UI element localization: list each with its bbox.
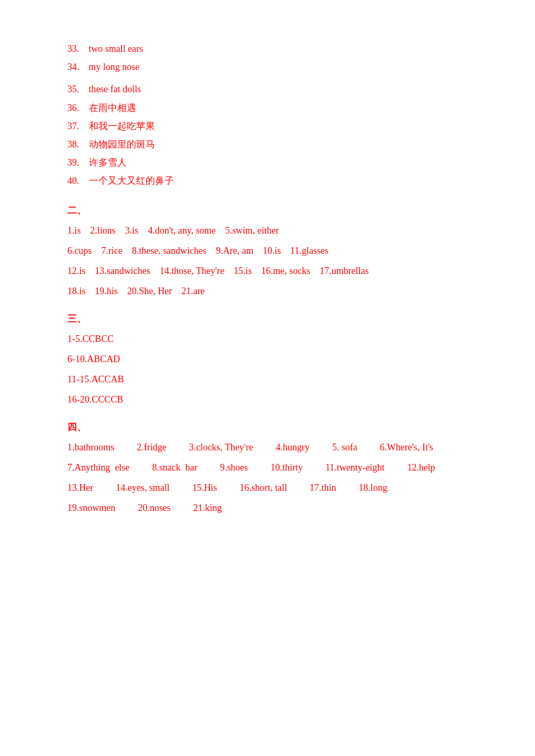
s4-r1-i6: 6.Where's, It's	[380, 438, 433, 457]
section-3-row1: 1-5.CCBCC	[67, 330, 468, 349]
section-1: 33. two small ears 34. my long nose 35. …	[67, 40, 468, 190]
item-38-text: 动物园里的斑马	[89, 139, 155, 149]
s4-r3-i2: 14.eyes, small	[116, 479, 170, 497]
item-36-num: 36.	[67, 103, 80, 113]
section-2-row1: 1.is 2.lions 3.is 4.don't, any, some 5.s…	[67, 221, 468, 240]
s2-r1: 1.is 2.lions 3.is 4.don't, any, some 5.s…	[67, 226, 279, 236]
item-38-num: 38.	[67, 139, 80, 149]
s4-r1-i4: 4.hungry	[276, 438, 309, 457]
section-2: 二、 1.is 2.lions 3.is 4.don't, any, some …	[67, 202, 468, 301]
item-34-text: my long nose	[89, 62, 139, 72]
section-3-title: 三、	[67, 310, 468, 327]
s4-r4-i3: 21.king	[193, 499, 222, 518]
s4-r1-i3: 3.clocks, They're	[189, 438, 253, 457]
s4-r3-i6: 18.long	[358, 479, 387, 497]
item-33-num: 33.	[67, 44, 80, 54]
s4-r3-i4: 16.short, tall	[240, 479, 287, 497]
s4-r2-i4: 10.thirty	[271, 458, 303, 477]
s4-r3-i3: 15.His	[192, 479, 217, 497]
s4-r1-i1: 1.bathrooms	[67, 438, 115, 457]
section-4: 四、 1.bathrooms 2.fridge 3.clocks, They'r…	[67, 419, 468, 518]
item-39: 39. 许多雪人	[67, 154, 468, 171]
item-35: 35. these fat dolls	[67, 81, 468, 98]
item-35-text: these fat dolls	[89, 84, 141, 94]
s4-r1-i2: 2.fridge	[137, 438, 166, 457]
item-34-num: 34.	[67, 62, 80, 72]
s2-r2: 6.cups 7.rice 8.these, sandwiches 9.Are,…	[67, 246, 329, 256]
section-3-row3: 11-15.ACCAB	[67, 370, 468, 389]
s4-r3-i5: 17.thin	[310, 479, 336, 497]
section-4-title: 四、	[67, 419, 468, 436]
section-2-row3: 12.is 13.sandwiches 14.those, They're 15…	[67, 262, 468, 281]
section-2-row4: 18.is 19.his 20.She, Her 21.are	[67, 282, 468, 301]
section-3: 三、 1-5.CCBCC 6-10.ABCAD 11-15.ACCAB 16-2…	[67, 310, 468, 409]
item-37-num: 37.	[67, 121, 80, 131]
s4-r2-i1: 7.Anything else	[67, 458, 129, 477]
section-4-row4: 19.snowmen 20.noses 21.king	[67, 499, 468, 518]
section-4-row1: 1.bathrooms 2.fridge 3.clocks, They're 4…	[67, 438, 468, 457]
s4-r4-i2: 20.noses	[138, 499, 171, 518]
item-38: 38. 动物园里的斑马	[67, 136, 468, 153]
item-40-num: 40.	[67, 176, 80, 186]
item-33: 33. two small ears	[67, 40, 468, 57]
item-40-text: 一个又大又红的鼻子	[89, 176, 174, 186]
s4-r4-i1: 19.snowmen	[67, 499, 115, 518]
s4-r2-i5: 11.twenty-eight	[325, 458, 385, 477]
item-37: 37. 和我一起吃苹果	[67, 118, 468, 135]
section-2-title: 二、	[67, 202, 468, 219]
item-40: 40. 一个又大又红的鼻子	[67, 172, 468, 189]
section-3-row4: 16-20.CCCCB	[67, 390, 468, 409]
s4-r3-i1: 13.Her	[67, 479, 94, 497]
section-4-row2: 7.Anything else 8.snack bar 9.shoes 10.t…	[67, 458, 468, 477]
item-36: 36. 在雨中相遇	[67, 100, 468, 116]
item-35-num: 35.	[67, 84, 80, 94]
section-3-row2: 6-10.ABCAD	[67, 350, 468, 369]
item-39-num: 39.	[67, 158, 80, 168]
s4-r2-i2: 8.snack bar	[152, 458, 197, 477]
section-2-row2: 6.cups 7.rice 8.these, sandwiches 9.Are,…	[67, 242, 468, 261]
item-36-text: 在雨中相遇	[89, 103, 136, 113]
s4-r2-i3: 9.shoes	[220, 458, 248, 477]
s4-r1-i5: 5. sofa	[332, 438, 357, 457]
item-37-text: 和我一起吃苹果	[89, 121, 155, 131]
item-34: 34. my long nose	[67, 59, 468, 75]
s2-r3: 12.is 13.sandwiches 14.those, They're 15…	[67, 266, 369, 276]
item-33-text: two small ears	[89, 44, 144, 54]
section-4-row3: 13.Her 14.eyes, small 15.His 16.short, t…	[67, 479, 468, 497]
s2-r4: 18.is 19.his 20.She, Her 21.are	[67, 286, 205, 296]
item-39-text: 许多雪人	[89, 158, 127, 168]
s4-r2-i6: 12.help	[407, 458, 435, 477]
